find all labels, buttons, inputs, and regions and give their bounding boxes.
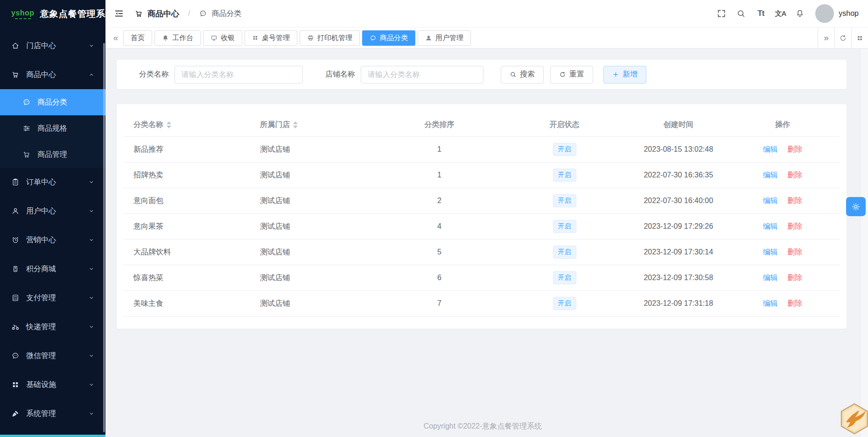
delete-link[interactable]: 删除 [787, 274, 802, 282]
content-scrollbar[interactable] [860, 49, 868, 437]
tab-product-category[interactable]: 商品分类 [362, 30, 415, 46]
edit-link[interactable]: 编辑 [763, 274, 778, 282]
delete-link[interactable]: 删除 [787, 248, 802, 256]
add-button[interactable]: 新增 [603, 66, 646, 84]
sidebar-item-payment-manage[interactable]: 支付管理 [0, 283, 105, 312]
avatar[interactable] [815, 4, 834, 23]
edit-link[interactable]: 编辑 [763, 197, 778, 204]
tab-controls: » [818, 28, 868, 49]
status-badge: 开启 [553, 169, 576, 182]
status-badge: 开启 [553, 271, 576, 284]
sidebar-item-product-manage[interactable]: 商品管理 [0, 141, 105, 168]
bird-badge-icon[interactable] [840, 403, 868, 435]
sidebar-item-product-category[interactable]: 商品分类 [0, 89, 105, 115]
cell-actions: 编辑 删除 [725, 240, 840, 265]
tab-printer-manage[interactable]: 打印机管理 [300, 30, 360, 46]
breadcrumb-separator: / [188, 9, 190, 18]
edit-link[interactable]: 编辑 [763, 171, 778, 179]
bell-icon[interactable] [790, 0, 810, 28]
bell-icon [162, 35, 169, 42]
cell-store: 测试店铺 [260, 214, 381, 240]
app-logo: yshop 意象点餐管理系统 [0, 0, 105, 28]
cell-actions: 编辑 删除 [725, 188, 840, 214]
sidebar-item-express-manage[interactable]: 快递管理 [0, 312, 105, 341]
user-icon [11, 207, 20, 215]
edit-link[interactable]: 编辑 [763, 222, 778, 230]
delete-link[interactable]: 删除 [787, 171, 802, 179]
status-badge: 开启 [553, 297, 576, 310]
cell-actions: 编辑 删除 [725, 265, 840, 291]
delete-link[interactable]: 删除 [787, 197, 802, 204]
status-badge: 开启 [553, 220, 576, 233]
font-size-icon[interactable]: Tt [751, 0, 770, 28]
search-icon [510, 71, 517, 78]
tabs-scroll-left-icon[interactable]: « [108, 28, 123, 49]
cell-created: 2023-12-09 17:30:14 [632, 240, 725, 265]
tab-user-manage[interactable]: 用户管理 [418, 30, 471, 46]
sidebar-item-store-center[interactable]: 门店中心 [0, 31, 105, 60]
edit-link[interactable]: 编辑 [763, 145, 778, 153]
edit-link[interactable]: 编辑 [763, 248, 778, 256]
home-icon [11, 42, 20, 50]
hammer-icon [11, 409, 20, 418]
shop-name-input[interactable] [361, 66, 483, 84]
cart-icon [22, 150, 31, 159]
sidebar-item-points-mall[interactable]: 积分商城 [0, 254, 105, 283]
table-body: 新品推荐 测试店铺 1 开启 2023-08-15 13:02:48 编辑 删除… [123, 137, 840, 317]
tab-home[interactable]: 首页 [123, 30, 152, 46]
edit-link[interactable]: 编辑 [763, 299, 778, 307]
refresh-icon[interactable] [834, 28, 851, 49]
layout-grid-icon[interactable] [851, 28, 868, 49]
hamburger-icon[interactable] [114, 8, 124, 19]
header-actions: Tt 文A yshop [712, 0, 859, 28]
sidebar-item-infrastructure[interactable]: 基础设施 [0, 370, 105, 399]
sidebar-horizontal-scrollbar[interactable] [0, 435, 105, 437]
cell-category-name: 招牌热卖 [123, 162, 260, 188]
delete-link[interactable]: 删除 [787, 222, 802, 230]
cell-category-name: 新品推荐 [123, 137, 260, 162]
col-sort: 分类排序 [381, 113, 497, 137]
settings-panel-button[interactable] [846, 197, 866, 216]
chevron-down-icon [89, 266, 94, 272]
user-icon [425, 35, 432, 42]
table-row: 大品牌饮料 测试店铺 5 开启 2023-12-09 17:30:14 编辑 删… [123, 240, 840, 265]
cell-actions: 编辑 删除 [725, 162, 840, 188]
sidebar-item-product-spec[interactable]: 商品规格 [0, 115, 105, 141]
tab-table-manage[interactable]: 桌号管理 [245, 30, 297, 46]
search-button[interactable]: 搜索 [501, 66, 544, 84]
gear-icon [851, 202, 861, 211]
sort-carets-icon[interactable] [293, 121, 298, 128]
col-store[interactable]: 所属门店 [260, 113, 381, 137]
breadcrumb-page[interactable]: 商品分类 [211, 9, 241, 19]
sliders-icon [22, 124, 31, 133]
cell-status: 开启 [497, 214, 632, 240]
sidebar-item-system-manage[interactable]: 系统管理 [0, 399, 105, 428]
chevron-up-icon [89, 72, 94, 78]
category-name-input[interactable] [175, 66, 303, 84]
sort-carets-icon[interactable] [167, 121, 171, 128]
chevron-down-icon [89, 208, 94, 214]
sidebar-item-product-center[interactable]: 商品中心 [0, 60, 105, 89]
fullscreen-icon[interactable] [712, 0, 731, 28]
refresh-icon [559, 71, 566, 78]
reset-button[interactable]: 重置 [550, 66, 593, 84]
open-tabs: 首页 工作台 收银 桌号管理 打印机管理 商品分类 用户管理 [123, 30, 471, 46]
table-row: 意向面包 测试店铺 2 开启 2022-07-30 16:40:00 编辑 删除 [123, 188, 840, 214]
chevron-down-icon [89, 237, 94, 243]
sidebar-item-marketing-center[interactable]: 营销中心 [0, 226, 105, 254]
tab-workbench[interactable]: 工作台 [154, 30, 201, 46]
delete-link[interactable]: 删除 [787, 299, 802, 307]
search-icon[interactable] [731, 0, 751, 28]
tabs-scroll-right-icon[interactable]: » [818, 28, 834, 49]
status-badge: 开启 [553, 194, 576, 207]
breadcrumb-section[interactable]: 商品中心 [147, 8, 179, 19]
sidebar-item-order-center[interactable]: 订单中心 [0, 168, 105, 197]
sidebar-scrollbar[interactable] [103, 43, 105, 432]
sidebar-item-wechat-manage[interactable]: 微信管理 [0, 341, 105, 370]
delete-link[interactable]: 删除 [787, 145, 802, 153]
sidebar-submenu-product: 商品分类 商品规格 商品管理 [0, 89, 105, 168]
tab-cashier[interactable]: 收银 [203, 30, 242, 46]
translate-icon[interactable]: 文A [770, 0, 790, 28]
sidebar-item-user-center[interactable]: 用户中心 [0, 197, 105, 226]
col-category-name[interactable]: 分类名称 [123, 113, 260, 137]
